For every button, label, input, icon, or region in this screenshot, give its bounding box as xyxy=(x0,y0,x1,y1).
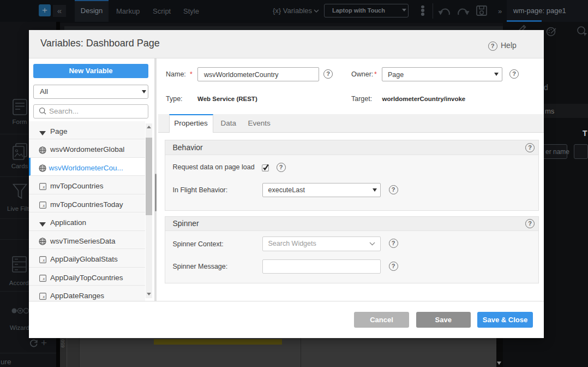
svg-text:x: x xyxy=(42,258,45,263)
svg-text:x: x xyxy=(42,276,45,281)
svg-text:x: x xyxy=(42,185,45,190)
svg-text:x: x xyxy=(42,294,45,299)
svg-text:x: x xyxy=(42,203,45,208)
